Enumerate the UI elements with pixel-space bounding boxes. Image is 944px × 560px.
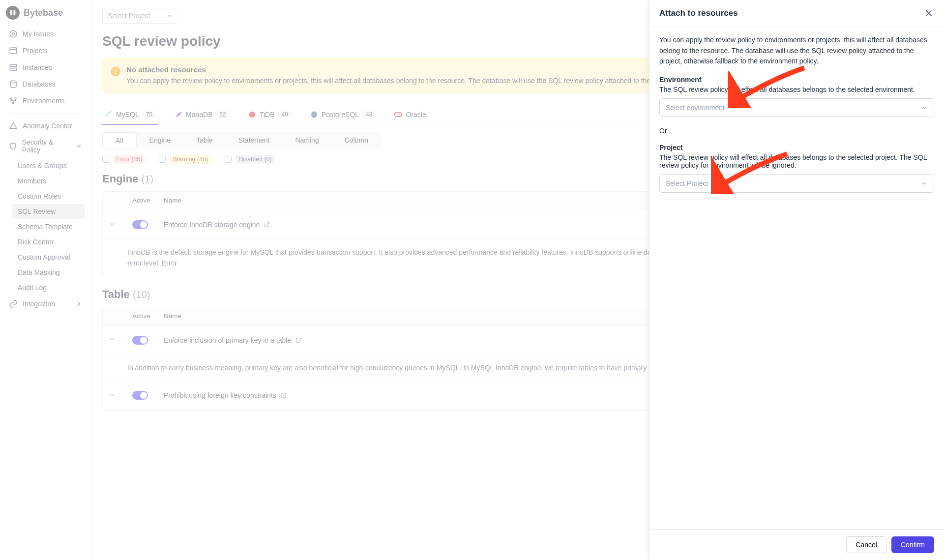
seg-naming[interactable]: Naming xyxy=(282,132,331,149)
svg-point-9 xyxy=(15,98,16,99)
subnav-data-masking[interactable]: Data Masking xyxy=(12,265,85,280)
svg-rect-0 xyxy=(10,10,12,16)
tab-postgresql[interactable]: PostgreSQL 48 xyxy=(308,105,379,125)
close-icon[interactable] xyxy=(923,8,934,19)
nav-databases[interactable]: Databases xyxy=(4,76,88,92)
chevron-down-icon xyxy=(921,180,928,187)
mariadb-icon xyxy=(174,110,183,119)
subnav-schema-template[interactable]: Schema Template xyxy=(12,219,85,234)
or-divider: Or xyxy=(659,127,934,135)
active-toggle[interactable] xyxy=(132,336,148,345)
svg-rect-5 xyxy=(10,64,17,67)
project-select[interactable]: Select Project xyxy=(102,8,178,24)
rule-name-text: Enforce inclusion of primary key in a ta… xyxy=(164,336,291,344)
nav-security-policy[interactable]: Security & Policy xyxy=(4,134,88,158)
filter-error-label: Error (35) xyxy=(113,155,145,164)
expand-toggle[interactable] xyxy=(109,391,132,400)
external-link-icon[interactable] xyxy=(295,337,302,344)
filter-warning-checkbox[interactable] xyxy=(159,156,166,163)
logo-icon xyxy=(6,6,20,20)
seg-all[interactable]: All xyxy=(102,132,137,149)
svg-rect-1 xyxy=(13,10,15,16)
tidb-icon xyxy=(248,110,257,119)
tab-count: 75 xyxy=(142,111,156,118)
project-label: Project xyxy=(659,144,934,151)
nav-environments[interactable]: Environments xyxy=(4,92,88,109)
filter-disabled-checkbox[interactable] xyxy=(225,156,232,163)
logo-text: Bytebase xyxy=(24,8,63,18)
projects-icon xyxy=(9,46,18,55)
drawer-title: Attach to resources xyxy=(659,8,738,18)
svg-point-7 xyxy=(10,81,16,83)
tab-count: 49 xyxy=(277,111,292,118)
seg-engine[interactable]: Engine xyxy=(137,132,184,149)
chevron-down-icon xyxy=(166,12,173,19)
tab-mariadb[interactable]: MariaDB 52 xyxy=(172,105,232,125)
tab-tidb[interactable]: TiDB 49 xyxy=(246,105,294,125)
anomaly-icon xyxy=(9,121,18,130)
svg-point-8 xyxy=(10,98,12,99)
rule-name-text: Prohibit using foreign key constraints xyxy=(164,391,276,399)
chevron-down-icon xyxy=(75,142,83,150)
svg-rect-6 xyxy=(10,68,17,71)
databases-icon xyxy=(9,80,18,88)
project-help: The SQL review policy will effect all da… xyxy=(659,153,934,169)
confirm-button[interactable]: Confirm xyxy=(891,536,934,553)
filter-warning-label: Warning (40) xyxy=(170,155,211,164)
subnav-custom-approval[interactable]: Custom Approval xyxy=(12,250,85,265)
seg-statement[interactable]: Statement xyxy=(226,132,283,149)
subnav-risk-center[interactable]: Risk Center xyxy=(12,235,85,249)
svg-rect-12 xyxy=(395,113,402,117)
tab-count: 52 xyxy=(216,111,230,118)
nav-instances[interactable]: Instances xyxy=(4,59,88,76)
filter-disabled-label: Disabled (0) xyxy=(236,155,274,164)
drawer-intro-text: You can apply the review policy to envir… xyxy=(659,35,934,67)
project-select-drawer[interactable]: Select Project xyxy=(659,174,934,193)
logo[interactable]: Bytebase xyxy=(0,0,92,24)
filter-error-checkbox[interactable] xyxy=(102,156,109,163)
nav-integration[interactable]: Integration xyxy=(4,295,88,312)
environment-select[interactable]: Select environment xyxy=(659,98,934,117)
external-link-icon[interactable] xyxy=(280,392,287,399)
chevron-right-icon xyxy=(74,299,83,308)
shield-icon xyxy=(9,142,17,150)
subnav-audit-log[interactable]: Audit Log xyxy=(12,280,85,295)
instances-icon xyxy=(9,63,18,72)
svg-point-10 xyxy=(13,102,14,104)
col-active: Active xyxy=(132,197,164,204)
link-icon xyxy=(9,299,18,308)
nav-projects[interactable]: Projects xyxy=(4,42,88,59)
mysql-icon xyxy=(104,110,113,119)
nav-anomaly-center[interactable]: Anomaly Center xyxy=(4,118,88,134)
rule-name-text: Enforce InnoDB storage engine xyxy=(164,221,260,229)
subnav-sql-review[interactable]: SQL Review xyxy=(12,204,85,219)
svg-rect-4 xyxy=(10,48,17,54)
postgresql-icon xyxy=(310,110,319,119)
issues-icon xyxy=(9,29,18,38)
environment-label: Environment xyxy=(659,76,934,84)
tab-count: 48 xyxy=(362,111,376,118)
chevron-down-icon xyxy=(921,104,928,111)
tab-mysql[interactable]: MySQL 75 xyxy=(102,105,158,125)
environments-icon xyxy=(9,96,18,105)
svg-point-11 xyxy=(311,111,317,118)
seg-table[interactable]: Table xyxy=(183,132,225,149)
active-toggle[interactable] xyxy=(132,391,148,400)
warning-icon: ! xyxy=(111,66,120,76)
sidebar: Bytebase My Issues Projects Instances Da… xyxy=(0,0,92,560)
subnav-custom-roles[interactable]: Custom Roles xyxy=(12,189,85,204)
nav-my-issues[interactable]: My Issues xyxy=(4,26,88,42)
external-link-icon[interactable] xyxy=(264,221,270,228)
seg-column[interactable]: Column xyxy=(332,132,381,149)
attach-resources-drawer: Attach to resources You can apply the re… xyxy=(649,0,944,560)
oracle-icon xyxy=(394,110,403,119)
subnav-members[interactable]: Members xyxy=(12,174,85,188)
tab-oracle[interactable]: Oracle xyxy=(392,105,428,125)
col-active: Active xyxy=(132,312,164,320)
environment-help: The SQL review policy will effect all da… xyxy=(659,86,934,93)
active-toggle[interactable] xyxy=(132,220,148,229)
cancel-button[interactable]: Cancel xyxy=(846,536,886,553)
expand-toggle[interactable] xyxy=(109,336,132,344)
expand-toggle[interactable] xyxy=(109,221,132,229)
subnav-users-groups[interactable]: Users & Groups xyxy=(12,158,85,173)
